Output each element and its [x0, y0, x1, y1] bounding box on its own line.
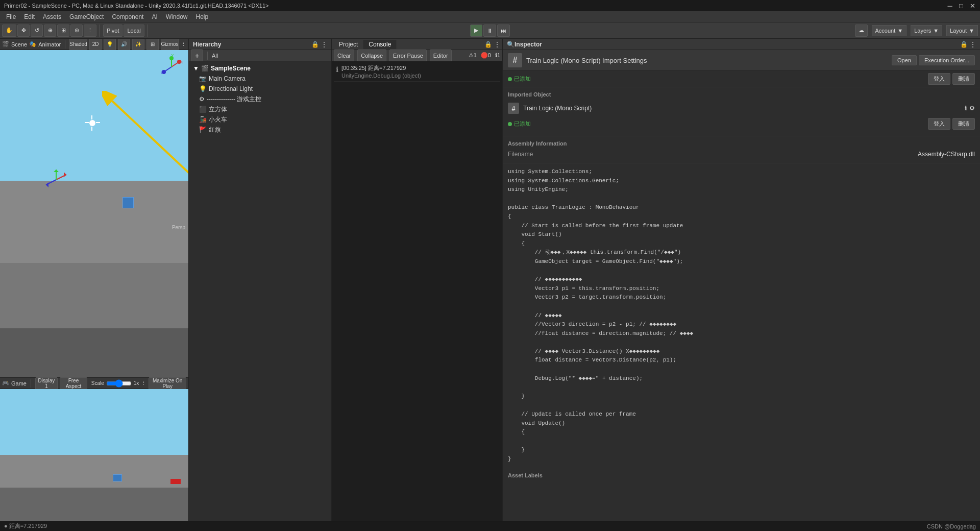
rotate-tool-button[interactable]: ↺ — [31, 25, 43, 37]
scale-tool-button[interactable]: ⊕ — [44, 25, 56, 37]
train-label: 小火车 — [209, 115, 227, 124]
play-button[interactable]: ▶ — [470, 25, 482, 37]
move-tool-button[interactable]: ✥ — [17, 25, 30, 37]
custom-tool-button[interactable]: ⋮ — [84, 25, 96, 37]
collapse-button[interactable]: Collapse — [357, 50, 386, 62]
scale-slider[interactable] — [106, 380, 132, 387]
hierarchy-item-train[interactable]: 🚂 小火车 — [189, 114, 331, 125]
title-bar-controls: ─ □ ✕ — [946, 2, 976, 9]
inspector-tab-label[interactable]: Inspector — [514, 41, 542, 48]
maximize-on-play-button[interactable]: Maximize On Play — [149, 377, 186, 390]
hierarchy-tab-label[interactable]: Hierarchy — [193, 41, 221, 48]
menu-ai[interactable]: AI — [148, 12, 161, 21]
scene-light-button[interactable]: 💡 — [104, 38, 116, 51]
scene-tab-label[interactable]: Scene — [11, 41, 27, 47]
pivot-button[interactable]: Pivot — [103, 25, 122, 37]
transform-tool-button[interactable]: ⊛ — [70, 25, 83, 37]
imported-enter-button[interactable]: 登入 — [928, 118, 950, 130]
game-tab-label[interactable]: Game — [11, 380, 27, 387]
hierarchy-item-gamemaster[interactable]: ⚙ -------------- 游戏主控 — [189, 94, 331, 104]
error-pause-button[interactable]: Error Pause — [389, 50, 427, 62]
minimize-button[interactable]: ─ — [946, 2, 953, 9]
hierarchy-scene-root[interactable]: ▼ 🎬 SampleScene — [189, 63, 331, 74]
assembly-section: Assembly Information Filename Assembly-C… — [503, 136, 980, 163]
inspector-more-icon[interactable]: ⋮ — [970, 41, 976, 48]
scene-ground-dark — [0, 328, 188, 377]
console-tab[interactable]: Console — [363, 40, 397, 49]
execution-order-button[interactable]: Execution Order... — [919, 55, 975, 65]
sun-ray-left — [85, 122, 89, 123]
display-dropdown[interactable]: Display 1 — [35, 377, 58, 390]
menu-file[interactable]: File — [2, 12, 20, 21]
console-warn-count: ⚠1 — [469, 52, 477, 59]
enter-button[interactable]: 登入 — [928, 73, 950, 85]
scene-root-icon: 🎬 — [201, 65, 209, 72]
scene-fx-button[interactable]: ✨ — [132, 38, 144, 51]
menu-assets[interactable]: Assets — [39, 12, 65, 21]
imported-hash-icon: # — [508, 103, 519, 114]
imported-settings-icon[interactable]: ⚙ — [969, 105, 975, 112]
inspector-added-indicator: 已添加 — [508, 75, 531, 83]
inspector-content: # Train Logic (Mono Script) Import Setti… — [503, 50, 980, 521]
hierarchy-item-cube[interactable]: ⬛ 立方体 — [189, 104, 331, 114]
inspector-lock-icon[interactable]: 🔒 — [960, 41, 968, 48]
game-more-options[interactable]: ⋮ — [141, 380, 146, 387]
inspector-script-icon: # — [508, 53, 522, 67]
hierarchy-add-button[interactable]: + — [191, 50, 203, 62]
close-button[interactable]: ✕ — [969, 2, 976, 9]
scale-value: 1x — [134, 380, 139, 386]
collab-button[interactable]: ☁ — [855, 25, 868, 37]
hierarchy-item-flag[interactable]: 🚩 红旗 — [189, 125, 331, 135]
imported-added-indicator: 已添加 — [508, 120, 531, 128]
scene-tab-animator[interactable]: Animator — [38, 41, 61, 47]
clear-button[interactable]: Clear — [334, 50, 354, 62]
console-lock-icon[interactable]: 🔒 — [484, 41, 492, 48]
hand-tool-button[interactable]: ✋ — [2, 25, 16, 37]
2d-button[interactable]: 2D — [89, 38, 102, 51]
open-button[interactable]: Open — [892, 55, 917, 65]
status-left: ● 距离=7.217929 — [4, 522, 47, 530]
gizmos-button[interactable]: Gizmos — [161, 38, 179, 51]
imported-added-row: 已添加 登入 删清 — [508, 116, 975, 132]
play-controls: ▶ ⏸ ⏭ — [470, 25, 510, 37]
all-label[interactable]: All — [212, 53, 218, 59]
hierarchy-more-icon[interactable]: ⋮ — [321, 41, 327, 48]
pause-button[interactable]: ⏸ — [483, 25, 496, 37]
svg-line-16 — [112, 101, 188, 178]
inspector-header-right: 🔒 ⋮ — [960, 41, 976, 48]
project-tab[interactable]: Project — [334, 40, 363, 49]
step-button[interactable]: ⏭ — [497, 25, 510, 37]
menu-help[interactable]: Help — [191, 12, 212, 21]
console-log-item[interactable]: ℹ [00:35:25] 距离=7.217929 UnityEngine.Deb… — [334, 63, 500, 82]
layout-dropdown[interactable]: Layout ▼ — [946, 25, 978, 36]
console-more-icon[interactable]: ⋮ — [494, 41, 500, 48]
maximize-button[interactable]: □ — [958, 2, 965, 9]
aspect-dropdown[interactable]: Free Aspect — [60, 377, 87, 390]
shaded-dropdown[interactable]: Shaded — [69, 38, 87, 51]
delete-button[interactable]: 删清 — [952, 73, 975, 85]
hierarchy-item-light[interactable]: 💡 Directional Light — [189, 84, 331, 94]
menu-gameobject[interactable]: GameObject — [65, 12, 108, 21]
menu-window[interactable]: Window — [162, 12, 192, 21]
scene-transform-widget — [41, 164, 71, 197]
hierarchy-item-camera[interactable]: 📷 Main Camera — [189, 74, 331, 84]
game-canvas[interactable] — [0, 389, 188, 521]
local-button[interactable]: Local — [124, 25, 144, 37]
console-header-right: 🔒 ⋮ — [484, 41, 500, 48]
account-dropdown[interactable]: Account ▼ — [872, 25, 907, 36]
scene-more-options[interactable]: ⋮ — [181, 41, 186, 47]
cube-icon: ⬛ — [199, 106, 207, 113]
scene-audio-button[interactable]: 🔊 — [118, 38, 130, 51]
scene-grid-button[interactable]: ⊞ — [146, 38, 159, 51]
menu-edit[interactable]: Edit — [20, 12, 39, 21]
status-bar: ● 距离=7.217929 CSDN @Doggedag — [0, 521, 980, 531]
hierarchy-lock-icon[interactable]: 🔒 — [311, 41, 319, 48]
menu-component[interactable]: Component — [108, 12, 148, 21]
editor-button[interactable]: Editor — [430, 50, 452, 62]
imported-delete-button[interactable]: 删清 — [952, 118, 975, 130]
assembly-filename-row: Filename Assembly-CSharp.dll — [508, 150, 975, 159]
rect-tool-button[interactable]: ⊞ — [57, 25, 69, 37]
scene-canvas[interactable]: X Y Z — [0, 50, 188, 377]
layers-dropdown[interactable]: Layers ▼ — [911, 25, 942, 36]
imported-info-icon[interactable]: ℹ — [965, 105, 967, 112]
